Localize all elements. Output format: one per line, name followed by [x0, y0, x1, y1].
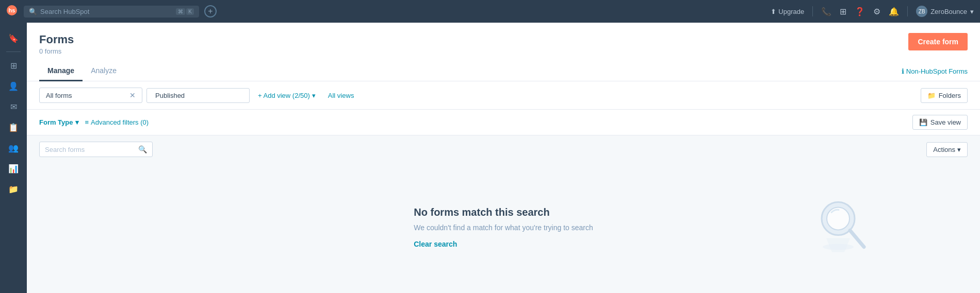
filter-row-2: Form Type ▾ ≡ Advanced filters (0) 💾 Sav… [27, 110, 980, 135]
form-type-button[interactable]: Form Type ▾ [39, 118, 79, 126]
filter-controls: Form Type ▾ ≡ Advanced filters (0) [39, 118, 149, 126]
search-icon: 🔍 [29, 8, 37, 15]
all-forms-filter[interactable]: All forms ✕ [39, 88, 142, 103]
global-search-bar[interactable]: 🔍 ⌘ K [24, 6, 199, 18]
notifications-icon[interactable]: 🔔 [889, 7, 899, 16]
chevron-down-icon-2: ▾ [312, 92, 316, 99]
published-filter[interactable]: Published [146, 88, 250, 103]
app-layout: 🔖 ⊞ 👤 ✉ 📋 👥 📊 📁 Forms 0 forms Create for… [0, 23, 980, 293]
all-views-button[interactable]: All views [324, 89, 358, 102]
clear-all-forms-icon[interactable]: ✕ [129, 91, 136, 99]
user-name: ZeroBounce [930, 8, 967, 15]
filter-bar: All forms ✕ Published + Add view (2/50) … [27, 81, 980, 110]
sidebar-item-chart[interactable]: 📊 [4, 159, 23, 178]
sidebar: 🔖 ⊞ 👤 ✉ 📋 👥 📊 📁 [0, 23, 27, 293]
tab-analyze[interactable]: Analyze [83, 61, 125, 81]
sidebar-item-folder[interactable]: 📁 [4, 180, 23, 198]
settings-icon[interactable]: ⚙ [873, 7, 880, 16]
sidebar-item-dashboard[interactable]: ⊞ [4, 56, 23, 75]
search-input[interactable] [40, 8, 173, 15]
avatar: ZB [916, 6, 927, 17]
empty-subtitle: We couldn't find a match for what you're… [414, 223, 593, 232]
svg-text:hs: hs [9, 7, 15, 13]
info-icon: ℹ [902, 67, 904, 75]
chevron-down-icon-3: ▾ [75, 118, 79, 126]
search-forms-input[interactable] [45, 146, 135, 153]
tab-manage[interactable]: Manage [39, 61, 83, 81]
nav-divider [812, 6, 813, 16]
sidebar-item-reports[interactable]: 📋 [4, 118, 23, 136]
search-forms-input-wrap[interactable]: 🔍 [39, 142, 153, 157]
save-view-button[interactable]: 💾 Save view [912, 115, 968, 130]
search-area: 🔍 Actions ▾ [27, 135, 980, 161]
chevron-down-icon-4: ▾ [957, 146, 961, 153]
save-icon: 💾 [919, 118, 927, 126]
empty-title: No forms match this search [414, 206, 593, 218]
all-forms-label: All forms [46, 92, 72, 99]
empty-content: No forms match this search We couldn't f… [414, 206, 593, 248]
page-subtitle: 0 forms [39, 47, 74, 55]
svg-line-4 [850, 231, 864, 247]
add-view-button[interactable]: + Add view (2/50) ▾ [254, 89, 320, 102]
tabs: Manage Analyze [39, 61, 125, 81]
folders-button[interactable]: 📁 Folders [921, 88, 968, 103]
sidebar-item-team[interactable]: 👥 [4, 139, 23, 157]
folder-icon-2: 📁 [927, 92, 936, 99]
page-title: Forms [39, 33, 74, 46]
non-hubspot-forms-link[interactable]: ℹ Non-HubSpot Forms [902, 67, 968, 75]
page-header: Forms 0 forms Create form [27, 23, 980, 55]
create-form-button[interactable]: Create form [908, 33, 968, 50]
phone-icon[interactable]: 📞 [821, 7, 831, 16]
grid-icon[interactable]: ⊞ [840, 7, 846, 16]
filter-lines-icon: ≡ [85, 118, 89, 126]
actions-button[interactable]: Actions ▾ [926, 142, 968, 157]
sidebar-item-bookmark[interactable]: 🔖 [4, 29, 23, 47]
topnav: hs 🔍 ⌘ K + ⬆ Upgrade 📞 ⊞ ❓ ⚙ 🔔 ZB ZeroBo… [0, 0, 980, 23]
sidebar-divider [6, 51, 21, 52]
clear-search-link[interactable]: Clear search [414, 240, 593, 248]
empty-state: No forms match this search We couldn't f… [27, 161, 980, 293]
empty-illustration [810, 193, 877, 262]
chevron-down-icon: ▾ [970, 8, 974, 15]
topnav-actions: ⬆ Upgrade 📞 ⊞ ❓ ⚙ 🔔 ZB ZeroBounce ▾ [771, 6, 974, 17]
user-menu[interactable]: ZB ZeroBounce ▾ [916, 6, 974, 17]
search-forms-icon: 🔍 [138, 145, 147, 153]
main-content: Forms 0 forms Create form Manage Analyze… [27, 23, 980, 293]
add-button[interactable]: + [204, 5, 217, 18]
advanced-filters-button[interactable]: ≡ Advanced filters (0) [85, 118, 149, 126]
keyboard-shortcut: ⌘ K [176, 8, 194, 15]
svg-point-3 [827, 208, 850, 230]
sidebar-item-contacts[interactable]: 👤 [4, 77, 23, 95]
nav-divider-2 [907, 6, 908, 16]
hubspot-logo-icon: hs [6, 5, 18, 19]
page-heading: Forms 0 forms [39, 33, 74, 55]
help-icon[interactable]: ❓ [855, 7, 865, 16]
sidebar-item-mail[interactable]: ✉ [4, 97, 23, 116]
upgrade-icon: ⬆ [771, 8, 776, 15]
tabs-row: Manage Analyze ℹ Non-HubSpot Forms [27, 61, 980, 81]
upgrade-button[interactable]: ⬆ Upgrade [771, 8, 804, 15]
